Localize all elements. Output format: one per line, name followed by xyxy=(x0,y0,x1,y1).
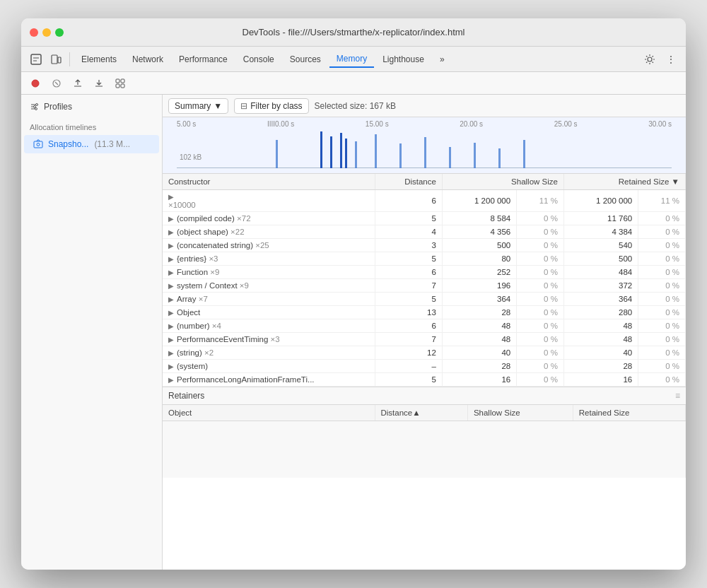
snapshot-item[interactable]: Snapsho... (11.3 M... xyxy=(24,135,159,153)
filter-button[interactable]: ⊟ Filter by class xyxy=(234,98,308,114)
cell-distance: 6 xyxy=(375,190,442,212)
retainers-menu-icon: ≡ xyxy=(675,391,680,401)
table-row[interactable]: ▶(compiled code) ×72 5 8 584 0 % 11 760 … xyxy=(163,212,686,225)
table-row[interactable]: ▶PerformanceLongAnimationFrameTi... 5 16… xyxy=(163,373,686,387)
tab-performance[interactable]: Performance xyxy=(172,52,235,67)
table-row[interactable]: ▶Object 13 28 0 % 280 0 % xyxy=(163,306,686,319)
cell-shallow-size: 500 xyxy=(442,239,516,252)
cell-constructor: ▶(object shape) ×22 xyxy=(163,225,375,239)
table-row[interactable]: ▶system / Context ×9 7 196 0 % 372 0 % xyxy=(163,279,686,293)
minimize-button[interactable] xyxy=(42,28,51,37)
table-row[interactable]: ▶PerformanceEventTiming ×3 7 48 0 % 48 0… xyxy=(163,333,686,346)
cell-constructor: ▶ ×10000 xyxy=(163,190,375,212)
svg-rect-1 xyxy=(52,55,57,64)
cell-retained-size: 28 xyxy=(563,360,638,373)
close-button[interactable] xyxy=(30,28,38,37)
timeline-bar xyxy=(424,137,426,168)
device-icon[interactable] xyxy=(47,50,65,69)
svg-rect-10 xyxy=(121,84,124,88)
cell-shallow-size: 28 xyxy=(442,306,516,319)
cell-shallow-size: 28 xyxy=(442,360,516,373)
cell-shallow-pct: 0 % xyxy=(517,306,564,319)
download-icon[interactable] xyxy=(90,75,107,92)
svg-point-15 xyxy=(37,143,40,146)
maximize-button[interactable] xyxy=(55,28,64,37)
cell-retained-size: 48 xyxy=(563,333,638,346)
cell-distance: 6 xyxy=(375,266,442,279)
cell-retained-size: 11 760 xyxy=(563,212,638,225)
th-constructor[interactable]: Constructor xyxy=(163,174,375,190)
selected-size-label: Selected size: 167 kB xyxy=(315,101,396,111)
tab-network[interactable]: Network xyxy=(125,52,170,67)
svg-point-11 xyxy=(36,104,38,106)
th-ret-retained[interactable]: Retained Size xyxy=(573,405,685,421)
cell-constructor: ▶PerformanceEventTiming ×3 xyxy=(163,333,375,346)
tab-console[interactable]: Console xyxy=(236,52,281,67)
tab-sources[interactable]: Sources xyxy=(283,52,328,67)
cell-constructor: ▶{entries} ×3 xyxy=(163,252,375,266)
table-row[interactable]: ▶(concatenated string) ×25 3 500 0 % 540… xyxy=(163,239,686,252)
table-row[interactable]: ▶(number) ×4 6 48 0 % 48 0 % xyxy=(163,319,686,333)
cell-retained-size: 1 200 000 xyxy=(563,190,638,212)
sidebar-profiles-header: Profiles xyxy=(21,95,162,119)
summary-button[interactable]: Summary ▼ xyxy=(168,98,228,114)
table-row[interactable]: ▶(system) – 28 0 % 28 0 % xyxy=(163,360,686,373)
table-header-row: Constructor Distance Shallow Size Retain… xyxy=(163,174,686,190)
th-ret-object[interactable]: Object xyxy=(163,405,375,421)
retainers-header: Retainers ≡ xyxy=(163,387,686,405)
cell-retained-pct: 0 % xyxy=(638,293,686,306)
table-row[interactable]: ▶(object shape) ×22 4 4 356 0 % 4 384 0 … xyxy=(163,225,686,239)
timeline-bar xyxy=(523,140,525,168)
timeline-bar xyxy=(498,148,501,168)
tab-elements[interactable]: Elements xyxy=(74,52,124,67)
retainers-header-row: Object Distance▲ Shallow Size Retained S… xyxy=(163,405,686,421)
th-shallow-size[interactable]: Shallow Size xyxy=(442,174,563,190)
svg-rect-14 xyxy=(34,141,42,148)
cell-shallow-pct: 0 % xyxy=(517,373,564,387)
th-distance[interactable]: Distance xyxy=(375,174,442,190)
svg-rect-7 xyxy=(116,79,119,83)
cell-distance: 5 xyxy=(375,252,442,266)
inspect-icon[interactable] xyxy=(27,50,45,69)
cell-retained-size: 500 xyxy=(563,252,638,266)
table-container[interactable]: Constructor Distance Shallow Size Retain… xyxy=(163,174,686,570)
grid-icon[interactable] xyxy=(112,75,129,92)
tab-memory[interactable]: Memory xyxy=(329,51,374,68)
table-row[interactable]: ▶{entries} ×3 5 80 0 % 500 0 % xyxy=(163,252,686,266)
cell-retained-pct: 0 % xyxy=(638,373,686,387)
sidebar: Profiles Allocation timelines Snapsho...… xyxy=(21,95,163,570)
timeline-bar xyxy=(320,131,322,168)
svg-rect-0 xyxy=(31,54,41,64)
timeline-labels: 5.00 s IIII0.00 s 15.00 s 20.00 s 25.00 … xyxy=(163,117,686,129)
th-ret-distance[interactable]: Distance▲ xyxy=(375,405,467,421)
more-icon[interactable]: ⋮ xyxy=(662,50,680,69)
tab-lighthouse[interactable]: Lighthouse xyxy=(375,52,431,67)
timeline-size-label: 102 kB xyxy=(180,153,201,161)
timeline-label-0: 5.00 s xyxy=(177,120,196,128)
cell-shallow-pct: 0 % xyxy=(517,360,564,373)
timeline-chart[interactable]: 102 kB xyxy=(177,129,672,168)
cell-shallow-pct: 11 % xyxy=(517,190,564,212)
stop-icon[interactable] xyxy=(48,75,65,92)
cell-distance: 5 xyxy=(375,373,442,387)
cell-constructor: ▶system / Context ×9 xyxy=(163,279,375,293)
cell-distance: 4 xyxy=(375,225,442,239)
tab-more[interactable]: » xyxy=(433,52,452,67)
table-row[interactable]: ▶ ×10000 6 1 200 000 11 % 1 200 000 11 % xyxy=(163,190,686,212)
table-row[interactable]: ▶(string) ×2 12 40 0 % 40 0 % xyxy=(163,346,686,360)
cell-shallow-pct: 0 % xyxy=(517,319,564,333)
devtools-window: DevTools - file:///Users/stmarthe/x-repl… xyxy=(21,18,686,570)
cell-shallow-size: 4 356 xyxy=(442,225,516,239)
settings-icon[interactable] xyxy=(641,50,659,69)
upload-icon[interactable] xyxy=(69,75,86,92)
record-icon[interactable] xyxy=(27,75,44,92)
th-ret-shallow[interactable]: Shallow Size xyxy=(467,405,573,421)
cell-shallow-size: 196 xyxy=(442,279,516,293)
timeline-label-2: 15.00 s xyxy=(366,120,389,128)
toolbar-right: ⋮ xyxy=(641,50,680,69)
table-row[interactable]: ▶Function ×9 6 252 0 % 484 0 % xyxy=(163,266,686,279)
svg-rect-2 xyxy=(58,57,61,63)
sliders-icon xyxy=(30,102,40,112)
table-row[interactable]: ▶Array ×7 5 364 0 % 364 0 % xyxy=(163,293,686,306)
th-retained-size[interactable]: Retained Size ▼ xyxy=(563,174,685,190)
